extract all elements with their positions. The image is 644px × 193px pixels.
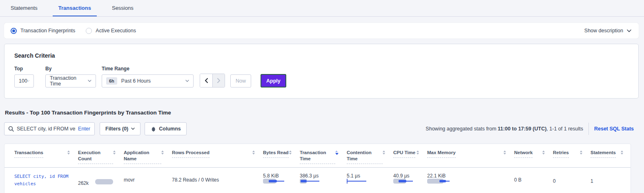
radio-active-executions[interactable]: Active Executions [86,28,136,34]
sql-statement-text: SELECT city, id FROM [14,173,72,180]
column-header-max-memory[interactable]: Max Memory [427,150,514,158]
search-criteria-panel: Search Criteria Top 100 By Transaction T… [4,44,639,99]
tab-sessions[interactable]: Sessions [106,0,139,16]
sort-icon[interactable] [113,150,116,155]
sort-icon[interactable] [289,150,292,155]
aggregated-stats-text: Showing aggregated stats from 11:00 to 1… [426,126,583,132]
filters-button[interactable]: Filters (0) [100,122,140,135]
by-label: By [45,66,96,72]
sort-icon[interactable] [621,150,623,155]
cell-application-name: movr [124,173,172,188]
results-heading: Results - Top 100 Transaction Fingerprin… [5,110,644,116]
cell-network: 0 B [514,173,553,188]
time-nav-group [200,74,225,88]
metric-value: 40.9 µs [393,173,421,179]
top-value: 100 [19,78,27,84]
cell-cpu-time: 40.9 µs [393,173,427,188]
search-input[interactable] [17,126,76,132]
column-label: Application Name [124,150,161,164]
tab-statements[interactable]: Statements [5,0,43,16]
column-label: Statements [591,150,616,158]
top-select[interactable]: 100 [14,74,34,88]
previous-time-button[interactable] [200,74,212,87]
sort-icon[interactable] [580,150,582,155]
column-label: CPU Time [393,150,415,158]
view-toggle-card: Transaction Fingerprints Active Executio… [4,23,639,38]
cell-contention-time: 5.1 µs [347,173,393,188]
table-header-row: TransactionsExecution CountApplication N… [4,144,631,168]
search-enter-button[interactable]: Enter [78,126,90,132]
column-header-network[interactable]: Network [514,150,553,158]
cell-rows-processed: 78.2 Reads / 0 Writes [172,173,263,188]
time-range-label: Time Range [102,66,194,72]
execution-count-value: 262k [78,177,89,186]
sort-icon[interactable] [67,150,70,155]
sort-icon[interactable] [504,150,506,155]
top-label: Top [14,66,34,72]
column-header-retries[interactable]: Retries [553,150,591,158]
sql-statement-text: vehicles [14,180,72,188]
filters-label: Filters (0) [105,126,128,132]
gear-icon [150,126,156,132]
column-label: Rows Processed [172,150,209,158]
next-time-button[interactable] [212,74,225,87]
chevron-down-icon [185,80,189,82]
column-header-contention-time[interactable]: Contention Time [347,150,393,164]
column-header-transaction-time[interactable]: Transaction Time [300,150,347,164]
radio-unselected-icon [86,28,92,34]
by-select[interactable]: Transaction Time [45,74,96,88]
now-button[interactable]: Now [230,74,251,88]
column-header-transactions[interactable]: Transactions [14,150,78,158]
table-row: SELECT city, id FROMvehicles262kmovr78.2… [4,168,631,193]
radio-label: Transaction Fingerprints [20,28,75,34]
column-label: Bytes Read [263,150,289,158]
show-description-label: Show description [584,28,623,34]
time-range-field: Time Range 6h Past 6 Hours [102,66,194,88]
chevron-down-icon [627,29,631,32]
chevron-left-icon [205,78,208,83]
time-range-value: Past 6 Hours [121,78,151,84]
column-label: Contention Time [347,150,383,164]
reset-sql-stats-link[interactable]: Reset SQL Stats [594,126,634,132]
column-header-execution-count[interactable]: Execution Count [78,150,124,164]
sort-icon[interactable] [161,150,164,155]
metric-value: 5.1 µs [347,173,388,179]
transactions-table: TransactionsExecution CountApplication N… [4,144,631,193]
column-label: Transactions [14,150,43,158]
sort-icon[interactable] [417,150,419,155]
metric-value: 386.3 µs [300,173,341,179]
cell-transactions[interactable]: SELECT city, id FROMvehicles [14,173,78,188]
column-header-cpu-time[interactable]: CPU Time [393,150,427,158]
cell-statements: 1 [591,173,631,188]
cell-bytes-read: 5.8 KiB [263,173,300,188]
column-header-application-name[interactable]: Application Name [124,150,172,164]
cell-retries: 0 [553,173,591,188]
stats-time-range: 11:00 to 17:59 (UTC) [498,126,546,132]
page-tabbar: Statements Transactions Sessions [0,0,644,17]
chevron-down-icon [88,80,91,82]
search-criteria-title: Search Criteria [14,52,628,59]
radio-label: Active Executions [96,28,136,34]
columns-button[interactable]: Columns [145,122,186,135]
toolbar-divider [588,123,589,135]
sort-icon[interactable] [542,150,545,155]
time-range-select[interactable]: 6h Past 6 Hours [102,74,194,88]
radio-transaction-fingerprints[interactable]: Transaction Fingerprints [11,28,75,34]
apply-button[interactable]: Apply [261,74,286,88]
by-field: By Transaction Time [45,66,96,88]
by-value: Transaction Time [50,75,88,87]
column-label: Network [514,150,533,158]
column-header-bytes-read[interactable]: Bytes Read [263,150,300,158]
tab-transactions[interactable]: Transactions [53,0,97,16]
statement-search-box: Enter [4,122,95,135]
sort-icon[interactable] [252,150,255,155]
results-toolbar: Enter Filters (0) Columns Showing aggreg… [4,122,639,135]
sort-icon[interactable] [383,150,385,155]
sort-icon-active[interactable] [335,150,339,155]
cell-max-memory: 22.1 KiB [427,173,514,188]
column-header-statements[interactable]: Statements [591,150,631,158]
column-header-rows-processed[interactable]: Rows Processed [172,150,263,158]
column-label: Transaction Time [300,150,335,164]
show-description-toggle[interactable]: Show description [584,28,631,34]
cell-execution-count: 262k [78,173,124,188]
